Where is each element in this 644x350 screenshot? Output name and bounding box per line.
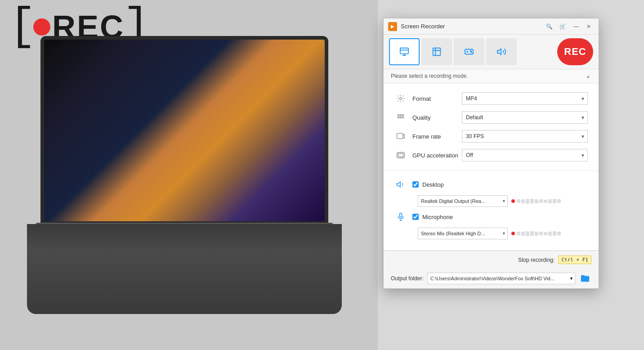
- close-button[interactable]: ✕: [583, 21, 594, 32]
- gpu-icon: [394, 149, 407, 162]
- microphone-volume: [511, 231, 561, 236]
- microphone-device-wrapper: Stereo Mix (Realtek High D... Default ▼: [418, 228, 508, 239]
- toolbar: REC: [384, 35, 599, 69]
- desktop-label: Desktop: [422, 181, 444, 188]
- svg-point-12: [402, 117, 403, 118]
- svg-point-9: [402, 114, 403, 116]
- gpu-select[interactable]: Off On: [462, 149, 588, 162]
- gpu-row: GPU acceleration Off On ▼: [394, 149, 588, 162]
- search-icon[interactable]: 🔍: [544, 21, 555, 32]
- microphone-checkbox[interactable]: [412, 214, 419, 220]
- quality-label: Quality: [412, 114, 462, 121]
- browse-folder-button[interactable]: [579, 272, 591, 285]
- screen-record-button[interactable]: [389, 38, 420, 65]
- microphone-device-row: Stereo Mix (Realtek High D... Default ▼: [418, 228, 588, 239]
- laptop-base: [27, 224, 342, 314]
- framerate-icon: [394, 130, 407, 143]
- framerate-select-wrapper: 30 FPS 60 FPS 24 FPS 15 FPS ▼: [462, 130, 588, 143]
- desktop-audio-icon: [394, 178, 407, 191]
- status-bar: Please select a recording mode. ▲: [384, 69, 599, 83]
- settings-panel: Format MP4 AVI MOV WMV FLV ▼: [384, 83, 599, 171]
- desktop-vol-bar: [517, 199, 561, 204]
- microphone-audio-row: Microphone: [394, 211, 588, 223]
- microphone-vol-bar: [517, 231, 561, 236]
- quality-select[interactable]: Default High Medium Low: [462, 111, 588, 124]
- rec-dot-icon: [33, 18, 50, 36]
- svg-rect-1: [433, 48, 441, 56]
- desktop-device-select[interactable]: Realtek Digital Output (Rea... Default: [418, 195, 508, 207]
- region-record-button[interactable]: [421, 38, 452, 65]
- svg-point-8: [400, 114, 401, 116]
- rec-button[interactable]: REC: [557, 38, 593, 65]
- desktop-volume: [511, 199, 561, 204]
- svg-rect-13: [397, 133, 403, 139]
- quality-row: Quality Default High Medium Low ▼: [394, 111, 588, 124]
- status-message: Please select a recording mode.: [391, 73, 468, 79]
- format-label: Format: [412, 95, 462, 102]
- svg-point-10: [398, 117, 399, 118]
- svg-rect-0: [400, 48, 408, 54]
- svg-marker-16: [397, 182, 401, 187]
- format-select[interactable]: MP4 AVI MOV WMV FLV: [462, 92, 588, 105]
- microphone-vol-dot: [511, 232, 515, 235]
- title-bar: Screen Recorder 🔍 🛒 — ✕: [384, 18, 599, 35]
- gpu-select-wrapper: Off On ▼: [462, 149, 588, 162]
- output-path-select[interactable]: C:\Users\Administrator\Videos\WonderFox …: [427, 273, 575, 284]
- format-row: Format MP4 AVI MOV WMV FLV ▼: [394, 92, 588, 105]
- format-icon: [394, 92, 407, 105]
- stop-recording-bar: Stop recording: Ctrl + F1: [384, 251, 599, 269]
- window-title: Screen Recorder: [401, 23, 445, 30]
- desktop-device-wrapper: Realtek Digital Output (Rea... Default ▼: [418, 195, 508, 207]
- audio-record-button[interactable]: [486, 38, 517, 65]
- svg-point-11: [400, 117, 401, 118]
- format-select-wrapper: MP4 AVI MOV WMV FLV ▼: [462, 92, 588, 105]
- output-folder-label: Output folder:: [391, 275, 424, 282]
- stop-label: Stop recording:: [518, 257, 555, 263]
- quality-select-wrapper: Default High Medium Low ▼: [462, 111, 588, 124]
- game-record-button[interactable]: [454, 38, 484, 65]
- gpu-label: GPU acceleration: [412, 152, 462, 159]
- microphone-label: Microphone: [422, 214, 453, 220]
- output-folder-bar: Output folder: C:\Users\Administrator\Vi…: [384, 269, 599, 288]
- svg-rect-15: [398, 154, 403, 157]
- app-window: Screen Recorder 🔍 🛒 — ✕: [383, 18, 599, 289]
- desktop-vol-dot: [511, 199, 515, 203]
- minimize-button[interactable]: —: [571, 21, 581, 32]
- desktop-audio-row: Desktop: [394, 178, 588, 191]
- output-path-wrapper: C:\Users\Administrator\Videos\WonderFox …: [427, 273, 575, 284]
- framerate-select[interactable]: 30 FPS 60 FPS 24 FPS 15 FPS: [462, 130, 588, 143]
- svg-point-4: [471, 52, 472, 53]
- svg-point-3: [470, 50, 471, 51]
- svg-rect-17: [400, 213, 402, 217]
- cart-icon[interactable]: 🛒: [557, 21, 568, 32]
- desktop-checkbox[interactable]: [412, 181, 419, 188]
- shortcut-badge: Ctrl + F1: [558, 256, 591, 264]
- svg-point-6: [400, 98, 402, 100]
- framerate-row: Frame rate 30 FPS 60 FPS 24 FPS 15 FPS ▼: [394, 130, 588, 143]
- audio-panel: Desktop Realtek Digital Output (Rea... D…: [384, 171, 599, 251]
- scroll-up-icon[interactable]: ▲: [585, 73, 591, 79]
- laptop-image: [27, 36, 360, 342]
- svg-point-7: [398, 114, 399, 116]
- svg-marker-5: [497, 49, 501, 55]
- laptop-screen: [40, 36, 328, 225]
- microphone-icon: [394, 211, 407, 223]
- desktop-device-row: Realtek Digital Output (Rea... Default ▼: [418, 195, 588, 207]
- app-icon: [388, 22, 397, 31]
- quality-icon: [394, 111, 407, 124]
- microphone-device-select[interactable]: Stereo Mix (Realtek High D... Default: [418, 228, 508, 239]
- framerate-label: Frame rate: [412, 133, 462, 140]
